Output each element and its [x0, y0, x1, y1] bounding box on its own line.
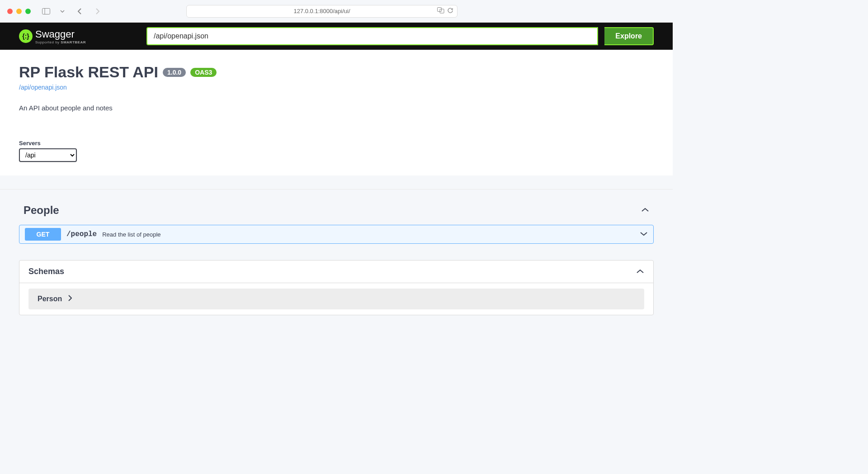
url-text: 127.0.0.1:8000/api/ui/ [293, 8, 350, 14]
spec-link[interactable]: /api/openapi.json [19, 84, 67, 91]
swagger-topbar: {:} Swagger Supported by SMARTBEAR Explo… [0, 23, 673, 50]
api-title: RP Flask REST API [19, 63, 158, 81]
schemas-header[interactable]: Schemas [19, 261, 653, 283]
tag-people: People GET /people Read the list of peop… [19, 199, 654, 244]
chevron-down-icon[interactable] [56, 7, 69, 16]
svg-rect-3 [440, 9, 444, 13]
spec-url-input[interactable] [146, 27, 598, 45]
schemas-section: Schemas Person [19, 260, 654, 315]
swagger-supported-text: Supported by SMARTBEAR [35, 40, 86, 44]
tag-name: People [24, 204, 59, 217]
window-controls [7, 9, 31, 14]
method-badge: GET [25, 228, 61, 241]
minimize-window-button[interactable] [16, 9, 22, 14]
operation-path: /people [66, 230, 97, 238]
version-badge: 1.0.0 [163, 68, 186, 77]
swagger-logo-icon: {:} [19, 29, 33, 43]
reload-icon[interactable] [447, 7, 453, 15]
schema-name: Person [38, 295, 62, 303]
browser-chrome: 127.0.0.1:8000/api/ui/ [0, 0, 673, 23]
svg-rect-2 [438, 8, 442, 12]
servers-select[interactable]: /api [19, 148, 77, 162]
explore-button[interactable]: Explore [604, 27, 654, 45]
swagger-logo[interactable]: {:} Swagger Supported by SMARTBEAR [19, 28, 86, 44]
forward-button[interactable] [91, 7, 104, 16]
back-button[interactable] [73, 7, 86, 16]
maximize-window-button[interactable] [25, 9, 31, 14]
schemas-title: Schemas [28, 267, 64, 276]
servers-label: Servers [19, 140, 654, 147]
api-description: An API about people and notes [19, 104, 654, 112]
api-info-section: RP Flask REST API 1.0.0 OAS3 /api/openap… [0, 50, 673, 175]
svg-rect-0 [42, 8, 50, 14]
chevron-up-icon [636, 268, 644, 276]
chevron-right-icon [68, 295, 72, 303]
chevron-up-icon [641, 206, 649, 214]
translate-icon[interactable] [437, 7, 444, 15]
endpoints-section: People GET /people Read the list of peop… [0, 189, 673, 333]
chevron-down-icon [640, 230, 648, 238]
oas-badge: OAS3 [190, 68, 217, 77]
close-window-button[interactable] [7, 9, 13, 14]
tag-header[interactable]: People [19, 199, 654, 222]
sidebar-toggle-button[interactable] [40, 7, 52, 16]
operation-summary: Read the list of people [102, 231, 160, 238]
swagger-brand-text: Swagger [35, 28, 86, 40]
url-bar[interactable]: 127.0.0.1:8000/api/ui/ [186, 5, 458, 18]
servers-section: Servers /api [19, 140, 654, 162]
schema-item-person[interactable]: Person [28, 289, 644, 309]
operation-get-people[interactable]: GET /people Read the list of people [19, 225, 654, 244]
